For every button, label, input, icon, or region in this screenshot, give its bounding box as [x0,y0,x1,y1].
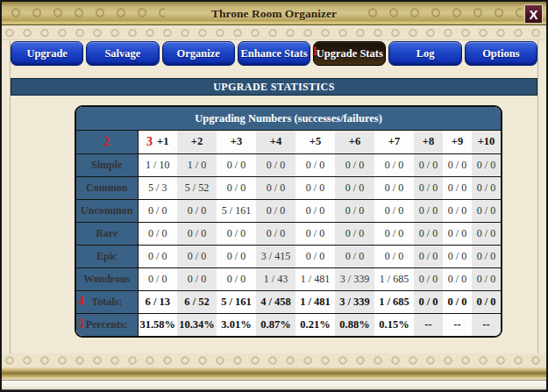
stat-cell: 0 / 0 [443,245,472,267]
tab-options[interactable]: Options [465,41,537,66]
column-header-label: +1 [157,135,168,147]
stat-cell: 0 / 0 [138,199,177,222]
stat-cell: 0.88% [335,313,374,336]
stat-cell: 0 / 0 [443,267,472,290]
row-label-text: Totals: [91,296,122,308]
stat-cell: 0 / 0 [295,245,335,267]
tab-organize[interactable]: Organize [162,41,235,66]
stat-cell: 3 / 415 [256,245,295,267]
stat-cell: 0 / 0 [374,199,414,222]
row-label: 4Totals: [76,290,138,313]
title-bar[interactable]: Throne Room Organizer [2,2,546,25]
stat-cell: 0 / 0 [217,176,256,199]
row-label-text: Epic [96,250,117,262]
column-header-label: +10 [478,135,495,147]
stat-cell: 1 / 0 [177,153,217,176]
stat-cell: 0 / 0 [295,222,335,245]
stat-cell: 0 / 0 [374,153,414,176]
tab-label: Upgrade Stats [317,47,383,61]
column-header-plus8: +8 [414,131,443,153]
tab-enhance-stats[interactable]: Enhance Stats [238,41,310,66]
tab-label: Upgrade [26,47,68,61]
tab-log[interactable]: Log [388,41,461,66]
stat-cell: 3.01% [217,313,256,336]
column-header-plus9: +9 [443,131,472,153]
stat-cell: 0 / 0 [472,153,501,176]
stat-cell: -- [472,313,501,336]
stat-cell: 5 / 52 [177,176,217,199]
stat-cell: 10.34% [177,313,217,336]
stat-cell: 0 / 0 [414,222,443,245]
tab-upgrade-stats[interactable]: 1Upgrade Stats [313,41,386,66]
column-header-plus6: +6 [335,131,374,153]
stat-cell: 0 / 0 [472,176,501,199]
stat-cell: 0 / 0 [295,176,335,199]
stat-cell: 0.21% [295,313,335,336]
stat-cell: 0 / 0 [256,222,295,245]
stat-cell: 0.15% [374,313,414,336]
upgrading-numbers-panel: Upgrading Numbers (successes/failures) 2… [75,105,502,338]
tab-salvage[interactable]: Salvage [86,41,159,66]
row-label-text: Percents: [86,318,128,331]
tab-label: Enhance Stats [240,47,307,61]
column-header-label: +9 [452,135,463,147]
tab-label: Salvage [104,47,140,61]
throne-room-organizer-window: Throne Room Organizer X UpgradeSalvageOr… [0,0,548,392]
tab-label: Options [482,47,519,61]
column-header-plus3: +3 [217,131,256,153]
stat-cell: 1 / 481 [295,290,335,313]
annotation-mark-2: 2 [103,134,110,148]
section-header-bar: UPGRADE STATISTICS [11,78,537,96]
stat-cell: 0 / 0 [138,267,177,290]
decorative-border-top [2,26,546,40]
column-header-label: +7 [388,135,400,147]
row-label-text: Common [86,182,127,194]
gold-band-bottom [2,367,546,380]
stat-cell: 0 / 0 [177,267,217,290]
stat-cell: -- [443,313,472,336]
window-bottom-edge [2,380,546,390]
annotation-mark-4: 4 [78,295,84,309]
stat-cell: 1 / 685 [374,290,414,313]
column-header-label: +2 [191,135,203,147]
stat-cell: 0 / 0 [256,199,295,222]
column-header-label: +4 [270,135,281,147]
stat-cell: 0 / 0 [335,176,374,199]
column-header-plus4: +4 [256,131,295,153]
row-label: Epic [76,245,138,267]
table-row-totals: 4Totals:6 / 136 / 525 / 1614 / 4581 / 48… [76,290,501,313]
row-label: Common [76,176,138,199]
column-header-plus5: +5 [295,131,335,153]
annotation-mark-5: 5 [78,317,84,331]
stat-cell: 0 / 0 [138,245,177,267]
decorative-border-bottom [2,353,546,367]
stat-cell: 0 / 0 [217,222,256,245]
stat-cell: 0 / 0 [443,153,472,176]
stat-cell: 0 / 0 [295,199,335,222]
stat-cell: 0 / 0 [374,222,414,245]
section-header-label: UPGRADE STATISTICS [213,81,334,94]
stat-cell: 0 / 0 [414,153,443,176]
column-header-plus2: +2 [177,131,217,153]
tab-upgrade[interactable]: Upgrade [11,41,83,66]
stat-cell: 0 / 0 [472,199,501,222]
stat-cell: 4 / 458 [256,290,295,313]
stat-cell: 5 / 161 [217,199,256,222]
stat-cell: 0 / 0 [414,245,443,267]
close-button[interactable]: X [524,4,543,24]
column-header-label: +3 [231,135,242,147]
stat-cell: 1 / 43 [256,267,295,290]
tab-label: Organize [177,47,220,61]
row-label-text: Wondrous [83,273,130,285]
stat-cell: 0 / 0 [414,176,443,199]
stat-cell: 0 / 0 [335,222,374,245]
annotation-mark-1: 1 [311,44,318,59]
table-row-wondrous: Wondrous0 / 00 / 00 / 01 / 431 / 4813 / … [76,267,501,290]
row-label: Rare [76,222,138,245]
row-label: 5Percents: [76,313,138,336]
column-header-label: +8 [423,135,434,147]
table-caption: Upgrading Numbers (successes/failures) [76,107,501,131]
stat-cell: 0 / 0 [217,267,256,290]
column-header-label: +5 [310,135,321,147]
table-row-uncommon: Uncommon0 / 00 / 05 / 1610 / 00 / 00 / 0… [76,199,501,222]
